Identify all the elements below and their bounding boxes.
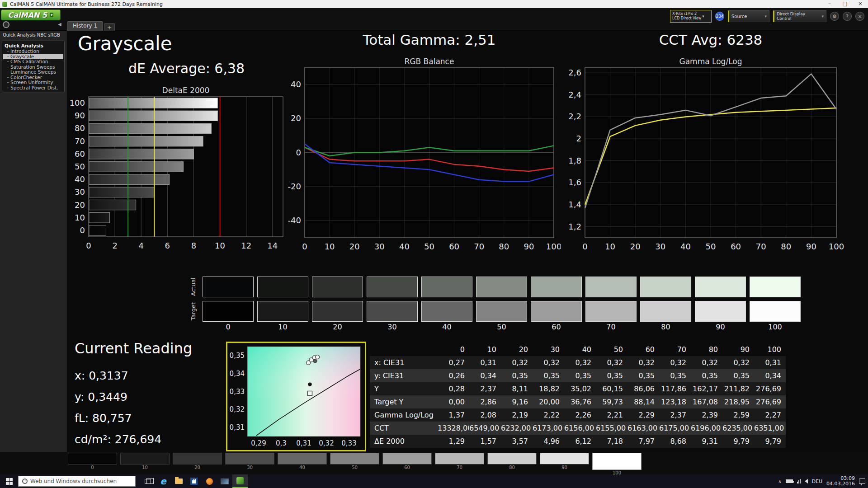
tray-expand-icon[interactable]: ∧ — [778, 479, 781, 484]
orange-app-icon — [206, 478, 213, 485]
actual-swatch-40 — [421, 277, 472, 297]
sidebar-item-luminance-sweeps[interactable]: Luminance Sweeps — [3, 70, 63, 75]
table-cell: 59,73 — [596, 395, 627, 408]
tree-root[interactable]: Quick Analysis — [3, 42, 63, 49]
svg-text:0,32: 0,32 — [319, 439, 334, 447]
add-tab-button[interactable]: + — [104, 23, 115, 31]
level-button-10[interactable]: 10 — [120, 453, 170, 470]
language-indicator[interactable]: DEU — [812, 479, 822, 484]
session-options-button[interactable] — [3, 21, 9, 28]
level-button-20[interactable]: 20 — [173, 453, 222, 470]
network-icon[interactable] — [797, 479, 801, 483]
svg-text:100: 100 — [829, 242, 844, 251]
cie-chart-panel[interactable]: 0,350,340,330,320,310,290,30,310,320,33 — [226, 342, 366, 451]
help-icon[interactable]: ? — [843, 12, 852, 21]
date: 04.03.2016 — [826, 481, 855, 487]
table-cell: 2,86 — [469, 395, 501, 408]
target-swatch-30 — [367, 301, 418, 322]
svg-text:2: 2 — [576, 134, 581, 143]
table-cell: 8,68 — [659, 435, 691, 448]
table-cell: 218,95 — [722, 395, 754, 408]
actual-swatch-30 — [367, 277, 418, 297]
table-cell: 0,32 — [691, 356, 722, 369]
level-button-0[interactable]: 0 — [68, 453, 117, 470]
level-strip-zone: 0102030405060708090100 ▲▶⌂»×▼ « Back Nex… — [0, 452, 868, 474]
table-row: Target Y0,002,869,1620,0036,7659,7388,14… — [370, 395, 786, 408]
level-button-60[interactable]: 60 — [382, 453, 432, 470]
target-swatch-100 — [750, 301, 801, 322]
cie-chart: 0,350,340,330,320,310,290,30,310,320,33 — [227, 343, 364, 449]
pattern-badge[interactable]: 234 — [715, 12, 724, 21]
sidebar-item-screen-uniformity[interactable]: Screen Uniformity — [3, 80, 63, 85]
sidebar-collapse-icon[interactable]: ◀ — [58, 22, 61, 27]
table-cell: 0,27 — [438, 356, 469, 369]
level-button-90[interactable]: 90 — [540, 453, 589, 470]
cortana-icon — [22, 479, 28, 484]
table-cell: 117,86 — [659, 382, 691, 395]
level-button-30[interactable]: 30 — [225, 453, 274, 470]
table-cell: 35,02 — [564, 382, 596, 395]
start-button[interactable] — [0, 474, 18, 488]
svg-text:70: 70 — [75, 136, 85, 146]
maximize-button[interactable]: □ — [837, 0, 853, 8]
row-label: CCT — [370, 422, 438, 435]
sidebar-item-cms-calibration[interactable]: CMS Calibration — [3, 59, 63, 65]
table-cell: 2,21 — [596, 408, 627, 422]
display-control-dropdown[interactable]: Direct Display Control ▾ — [773, 10, 826, 22]
meter-selector[interactable]: X-Rite i1Pro 2 LCD Direct View ▾ — [670, 10, 712, 23]
svg-text:10: 10 — [605, 242, 615, 251]
battery-icon[interactable] — [786, 479, 793, 483]
svg-text:2,4: 2,4 — [568, 90, 581, 99]
svg-text:10: 10 — [325, 242, 335, 251]
tab-history-1[interactable]: History 1 — [67, 21, 103, 31]
taskbar-search[interactable]: Web und Windows durchsuchen — [18, 476, 136, 487]
gear-icon[interactable]: ⚙ — [830, 12, 839, 21]
minimize-button[interactable]: – — [822, 0, 837, 8]
sidebar-item-introduction[interactable]: Introduction — [3, 49, 63, 54]
level-button-40[interactable]: 40 — [278, 453, 327, 470]
svg-text:30: 30 — [374, 242, 385, 251]
actual-row-label: Actual — [187, 277, 199, 297]
action-center-icon[interactable] — [859, 479, 865, 484]
table-cell: 2,19 — [501, 408, 533, 422]
level-button-70[interactable]: 70 — [435, 453, 484, 470]
volume-icon[interactable] — [805, 479, 808, 483]
table-cell: 7,18 — [596, 435, 627, 448]
meter-line2: LCD Direct View — [672, 16, 701, 21]
close-button[interactable]: × — [853, 0, 868, 8]
title-bar: CalMAN 5 CalMAN Ultimate for Business 27… — [0, 0, 868, 8]
clock[interactable]: 03:09 04.03.2016 — [826, 476, 855, 487]
column-header: 90 — [722, 343, 754, 356]
task-view-button[interactable] — [140, 474, 156, 488]
app-button-orange[interactable] — [202, 474, 217, 488]
table-row: Gamma Log/Log1,372,082,192,222,262,212,2… — [370, 408, 786, 422]
table-cell: 6232,00 — [501, 422, 533, 435]
source-dropdown[interactable]: Source ▾ — [728, 10, 769, 22]
level-button-80[interactable]: 80 — [487, 453, 537, 470]
table-cell: 0,28 — [438, 382, 469, 395]
de-average-value: dE Average: 6,38 — [128, 61, 245, 76]
swatch-level-label: 80 — [640, 323, 691, 331]
sidebar-item-spectral-power-dist-[interactable]: Spectral Power Dist. — [3, 85, 63, 91]
table-cell: 0,35 — [533, 369, 564, 382]
level-button-50[interactable]: 50 — [330, 453, 379, 470]
folder-icon — [175, 479, 183, 484]
store-button[interactable] — [186, 474, 202, 488]
panel-close-icon[interactable]: × — [855, 12, 864, 21]
calman-taskbar-button[interactable] — [232, 474, 248, 488]
screenshot-app-button[interactable] — [217, 474, 232, 488]
file-explorer-button[interactable] — [171, 474, 186, 488]
table-cell: 162,17 — [691, 382, 722, 395]
table-cell: 6173,00 — [533, 422, 564, 435]
svg-text:0,31: 0,31 — [230, 423, 245, 432]
svg-text:0,29: 0,29 — [251, 439, 266, 447]
column-header: 70 — [659, 343, 691, 356]
target-swatch-10 — [257, 301, 308, 322]
reading-fl: fL: 80,757 — [75, 408, 161, 429]
target-swatch-50 — [476, 301, 527, 322]
edge-browser-button[interactable]: e — [156, 474, 171, 488]
level-button-100[interactable]: 100 — [592, 453, 642, 475]
table-cell: 0,35 — [722, 369, 754, 382]
actual-swatch-70 — [585, 277, 637, 297]
calman-logo[interactable]: CalMAN 5 ▾ — [1, 9, 61, 20]
